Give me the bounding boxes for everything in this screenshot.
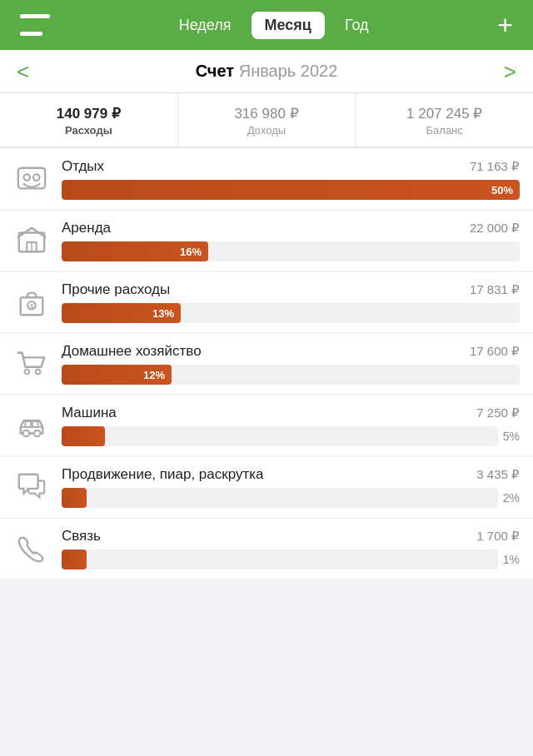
- bar-row: 13%: [62, 303, 520, 323]
- bar-container: [62, 550, 498, 569]
- menu-icon[interactable]: [20, 14, 50, 36]
- bar-wrapper: 50%: [62, 180, 520, 200]
- svg-point-1: [24, 174, 31, 181]
- svg-point-2: [33, 174, 40, 181]
- category-content: Домашнее хозяйство 17 600 ₽ 12%: [62, 343, 520, 385]
- list-item[interactable]: Отдых 71 163 ₽ 50%: [0, 149, 533, 209]
- category-amount: 1 700 ₽: [476, 529, 520, 544]
- category-name: Прочие расходы: [62, 281, 170, 298]
- bar-percent-outside: 1%: [503, 553, 520, 566]
- bar-wrapper: [62, 426, 498, 446]
- bar-container: [62, 488, 498, 508]
- list-item[interactable]: Связь 1 700 ₽ 1%: [0, 519, 533, 579]
- bar-label: 13%: [152, 307, 174, 320]
- header: Неделя Месяц Год +: [0, 0, 533, 50]
- category-content: Машина 7 250 ₽ 5%: [62, 405, 520, 446]
- category-content: Прочие расходы 17 831 ₽ 13%: [62, 281, 520, 323]
- tab-year[interactable]: Год: [331, 12, 382, 39]
- date-label: Январь 2022: [239, 62, 338, 80]
- summary-balance[interactable]: 1 207 245 ₽ Баланс: [356, 93, 533, 147]
- svg-point-9: [36, 370, 41, 375]
- bar-row: 5%: [62, 426, 520, 446]
- svg-rect-0: [18, 168, 45, 189]
- car-icon: [13, 407, 50, 444]
- bar-fill: [62, 426, 105, 446]
- bar-fill: 50%: [62, 180, 520, 200]
- bar-percent-outside: 2%: [503, 491, 520, 505]
- bar-wrapper: 12%: [62, 365, 520, 385]
- summary-expenses[interactable]: 140 979 ₽ Расходы: [0, 93, 178, 147]
- category-amount: 7 250 ₽: [476, 405, 520, 420]
- bar-wrapper: 13%: [62, 303, 520, 323]
- income-label: Доходы: [187, 124, 347, 137]
- nav-tabs: Неделя Месяц Год: [166, 12, 382, 39]
- theater-icon: [13, 161, 50, 197]
- bar-container: [62, 426, 498, 446]
- bar-wrapper: [62, 488, 498, 508]
- bar-container: 16%: [62, 241, 520, 261]
- tab-month[interactable]: Месяц: [252, 12, 325, 39]
- bar-percent-outside: 5%: [503, 430, 520, 443]
- period-nav: < Счет Январь 2022 >: [0, 50, 533, 93]
- bar-container: 12%: [62, 365, 520, 385]
- bar-fill: 16%: [62, 241, 208, 261]
- summary-row: 140 979 ₽ Расходы 316 980 ₽ Доходы 1 207…: [0, 93, 533, 147]
- expenses-amount: 140 979 ₽: [8, 105, 169, 122]
- summary-income[interactable]: 316 980 ₽ Доходы: [178, 93, 356, 147]
- category-name: Машина: [62, 405, 117, 421]
- bar-fill: [62, 488, 87, 508]
- add-button[interactable]: +: [497, 12, 513, 38]
- category-name: Отдых: [62, 158, 104, 175]
- phone-icon: [13, 530, 50, 567]
- category-amount: 71 163 ₽: [470, 159, 520, 174]
- list-item[interactable]: Продвижение, пиар, раскрутка 3 435 ₽ 2%: [0, 457, 533, 517]
- category-amount: 17 600 ₽: [470, 344, 520, 359]
- list-item[interactable]: Домашнее хозяйство 17 600 ₽ 12%: [0, 334, 533, 394]
- list-item[interactable]: Аренда 22 000 ₽ 16%: [0, 211, 533, 271]
- category-content: Отдых 71 163 ₽ 50%: [62, 158, 520, 200]
- bar-label: 16%: [180, 246, 202, 258]
- svg-point-8: [24, 370, 29, 375]
- category-content: Связь 1 700 ₽ 1%: [62, 528, 520, 569]
- house-icon: [13, 222, 50, 259]
- cart-icon: [13, 346, 50, 382]
- bag-icon: $: [13, 284, 50, 321]
- category-name: Продвижение, пиар, раскрутка: [62, 466, 264, 483]
- chat-icon: [13, 469, 50, 505]
- bar-fill: 12%: [62, 365, 172, 385]
- tab-week[interactable]: Неделя: [166, 12, 245, 39]
- svg-rect-13: [25, 421, 31, 427]
- bar-row: 16%: [62, 241, 520, 261]
- next-period-button[interactable]: >: [504, 61, 516, 82]
- category-amount: 3 435 ₽: [476, 467, 520, 482]
- balance-label: Баланс: [364, 124, 525, 137]
- list-item[interactable]: Машина 7 250 ₽ 5%: [0, 395, 533, 455]
- category-name: Домашнее хозяйство: [62, 343, 202, 360]
- income-amount: 316 980 ₽: [187, 105, 347, 122]
- list-item[interactable]: $ Прочие расходы 17 831 ₽ 13%: [0, 272, 533, 332]
- bar-wrapper: [62, 550, 498, 569]
- expenses-label: Расходы: [8, 124, 169, 137]
- prev-period-button[interactable]: <: [17, 61, 29, 82]
- svg-point-11: [23, 430, 30, 437]
- bar-row: 1%: [62, 550, 520, 569]
- bar-row: 50%: [62, 180, 520, 200]
- category-amount: 17 831 ₽: [470, 282, 520, 297]
- bar-container: 50%: [62, 180, 520, 200]
- bar-label: 50%: [491, 184, 513, 196]
- svg-point-12: [34, 430, 41, 437]
- bar-container: 13%: [62, 303, 520, 323]
- bar-row: 2%: [62, 488, 520, 508]
- bar-fill: [62, 550, 87, 569]
- category-content: Аренда 22 000 ₽ 16%: [62, 220, 520, 261]
- account-label: Счет: [196, 62, 234, 80]
- bar-fill: 13%: [62, 303, 181, 323]
- category-content: Продвижение, пиар, раскрутка 3 435 ₽ 2%: [62, 466, 520, 508]
- period-title: Счет Январь 2022: [196, 62, 338, 81]
- category-name: Аренда: [62, 220, 111, 236]
- bar-wrapper: 16%: [62, 241, 520, 261]
- bar-label: 12%: [143, 369, 165, 381]
- category-name: Связь: [62, 528, 101, 545]
- category-list: Отдых 71 163 ₽ 50%: [0, 149, 533, 579]
- balance-amount: 1 207 245 ₽: [364, 105, 525, 122]
